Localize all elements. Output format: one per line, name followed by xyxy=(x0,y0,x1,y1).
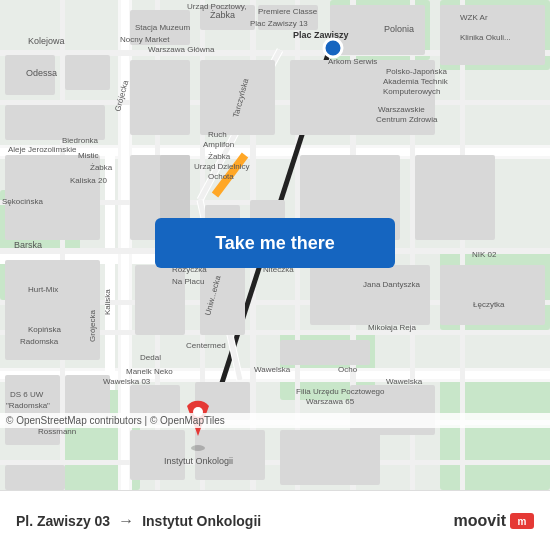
svg-text:Wawelska 03: Wawelska 03 xyxy=(103,377,151,386)
svg-text:Ruch: Ruch xyxy=(208,130,227,139)
svg-text:Biedronka: Biedronka xyxy=(62,136,99,145)
svg-rect-70 xyxy=(195,430,265,480)
svg-text:Wawelska: Wawelska xyxy=(386,377,423,386)
svg-text:Łęczytka: Łęczytka xyxy=(473,300,505,309)
svg-text:Kaliska 20: Kaliska 20 xyxy=(70,176,107,185)
route-from: Pl. Zawiszy 03 xyxy=(16,513,110,529)
take-me-there-button[interactable]: Take me there xyxy=(155,218,395,268)
svg-text:Plac Zawiszy: Plac Zawiszy xyxy=(293,30,349,40)
svg-text:Żabka: Żabka xyxy=(208,152,231,161)
svg-text:Wawelska: Wawelska xyxy=(254,365,291,374)
route-arrow: → xyxy=(118,512,134,530)
svg-rect-61 xyxy=(440,265,545,325)
svg-text:NIK 02: NIK 02 xyxy=(472,250,497,259)
svg-text:Premiere Classe: Premiere Classe xyxy=(258,7,318,16)
svg-text:Sękocińska: Sękocińska xyxy=(2,197,43,206)
svg-text:Instytut Onkologii: Instytut Onkologii xyxy=(164,456,233,466)
svg-text:Mistic: Mistic xyxy=(78,151,98,160)
svg-rect-15 xyxy=(105,150,115,390)
svg-rect-3 xyxy=(440,380,550,490)
svg-text:m: m xyxy=(518,516,527,527)
svg-rect-71 xyxy=(280,430,380,485)
svg-text:Dedal: Dedal xyxy=(140,353,161,362)
svg-rect-60 xyxy=(310,265,430,325)
map-attribution: © OpenStreetMap contributors | © OpenMap… xyxy=(0,413,550,428)
svg-text:Aleje Jerozolimskie: Aleje Jerozolimskie xyxy=(8,145,77,154)
svg-text:Amplifon: Amplifon xyxy=(203,140,234,149)
route-to: Instytut Onkologii xyxy=(142,513,261,529)
svg-text:Hurt-Mix: Hurt-Mix xyxy=(28,285,58,294)
svg-text:Kopińska: Kopińska xyxy=(28,325,61,334)
svg-text:Żabka: Żabka xyxy=(210,10,235,20)
svg-text:Radomska: Radomska xyxy=(20,337,59,346)
svg-rect-39 xyxy=(65,55,110,90)
svg-text:DS 6 UW: DS 6 UW xyxy=(10,390,44,399)
svg-point-134 xyxy=(324,39,342,57)
svg-rect-56 xyxy=(415,155,495,240)
svg-text:Rossmann: Rossmann xyxy=(38,427,76,436)
svg-text:WZK Ar: WZK Ar xyxy=(460,13,488,22)
svg-rect-23 xyxy=(0,460,550,465)
svg-rect-66 xyxy=(280,340,370,365)
svg-text:Grójecka: Grójecka xyxy=(88,309,97,342)
svg-text:Centrum Zdrowia: Centrum Zdrowia xyxy=(376,115,438,124)
svg-text:Manelk Neko: Manelk Neko xyxy=(126,367,173,376)
moovit-brand-name: moovit xyxy=(454,512,506,530)
moovit-logo: moovit m xyxy=(454,512,534,530)
svg-text:Żabka: Żabka xyxy=(90,163,113,172)
svg-text:Plac Zawiszy 13: Plac Zawiszy 13 xyxy=(250,19,308,28)
map: Żabka Urząd Pocztowy, Premiere Classe Pl… xyxy=(0,0,550,490)
svg-text:"Radomska": "Radomska" xyxy=(6,401,50,410)
svg-text:Akademia Technik: Akademia Technik xyxy=(383,77,449,86)
svg-text:Ochota: Ochota xyxy=(208,172,234,181)
bottom-bar: Pl. Zawiszy 03 → Instytut Onkologii moov… xyxy=(0,490,550,550)
svg-text:Mikołaja Reja: Mikołaja Reja xyxy=(368,323,417,332)
svg-point-135 xyxy=(191,445,205,451)
svg-text:Klinika Okuli...: Klinika Okuli... xyxy=(460,33,511,42)
svg-rect-68 xyxy=(5,465,65,490)
svg-rect-46 xyxy=(130,60,190,135)
svg-text:Filia Urzędu Pocztowego: Filia Urzędu Pocztowego xyxy=(296,387,385,396)
svg-text:Nocny Market: Nocny Market xyxy=(120,35,170,44)
svg-text:Jana Dantyszka: Jana Dantyszka xyxy=(363,280,420,289)
svg-text:Urząd Dzielnicy: Urząd Dzielnicy xyxy=(194,162,250,171)
svg-text:Centermed: Centermed xyxy=(186,341,226,350)
moovit-logo-icon: m xyxy=(510,513,534,529)
svg-text:Barska: Barska xyxy=(14,240,42,250)
svg-text:Ocho: Ocho xyxy=(338,365,358,374)
svg-text:Kolejowa: Kolejowa xyxy=(28,36,65,46)
route-info: Pl. Zawiszy 03 → Instytut Onkologii xyxy=(16,512,454,530)
svg-text:Kaliska: Kaliska xyxy=(103,289,112,315)
svg-rect-69 xyxy=(130,430,185,480)
svg-text:Warszawa 65: Warszawa 65 xyxy=(306,397,355,406)
svg-rect-45 xyxy=(5,105,105,140)
svg-text:Arkom Serwis: Arkom Serwis xyxy=(328,57,377,66)
svg-text:Warszawskie: Warszawskie xyxy=(378,105,425,114)
svg-text:Polsko-Japońska: Polsko-Japońska xyxy=(386,67,447,76)
svg-text:Polonia: Polonia xyxy=(384,24,414,34)
svg-rect-58 xyxy=(135,265,185,335)
svg-text:Komputerowych: Komputerowych xyxy=(383,87,440,96)
svg-text:Warszawa Główna: Warszawa Główna xyxy=(148,45,215,54)
svg-text:Stacja Muzeum: Stacja Muzeum xyxy=(135,23,190,32)
svg-text:Na Placu: Na Placu xyxy=(172,277,204,286)
svg-text:Odessa: Odessa xyxy=(26,68,57,78)
svg-text:Urząd Pocztowy,: Urząd Pocztowy, xyxy=(187,2,246,11)
